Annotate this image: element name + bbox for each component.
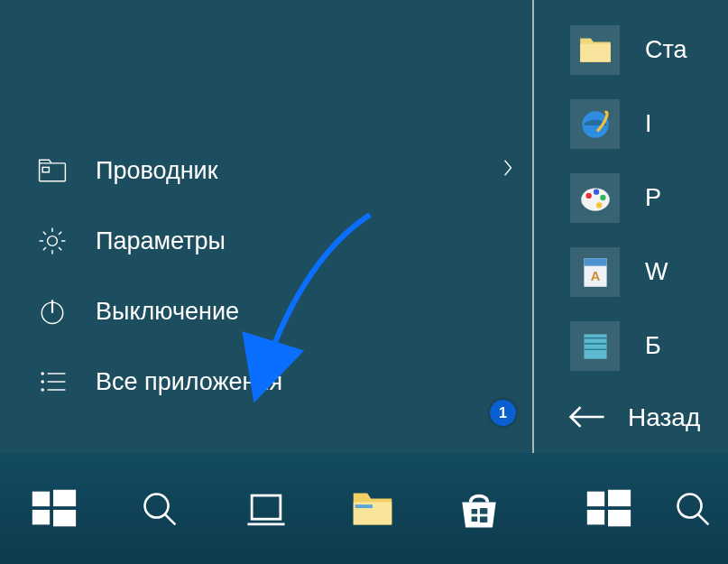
power-icon xyxy=(34,293,70,329)
svg-text:A: A xyxy=(590,270,600,284)
taskbar xyxy=(0,453,728,564)
windows-logo-icon xyxy=(27,483,79,535)
menu-label-power: Выключение xyxy=(96,298,514,326)
start-button[interactable] xyxy=(0,453,106,564)
svg-rect-32 xyxy=(587,509,604,523)
svg-point-2 xyxy=(48,236,58,246)
svg-rect-19 xyxy=(53,489,76,505)
store-icon xyxy=(454,484,504,534)
tile-row[interactable]: I xyxy=(534,87,728,161)
menu-item-all-apps[interactable]: Все приложения xyxy=(0,347,532,417)
svg-point-5 xyxy=(41,380,44,384)
svg-point-4 xyxy=(41,372,44,375)
windows-logo-icon xyxy=(582,483,634,535)
taskbar-explorer[interactable] xyxy=(319,453,426,564)
svg-point-34 xyxy=(678,494,702,517)
svg-point-12 xyxy=(600,195,605,200)
svg-rect-25 xyxy=(355,504,373,508)
taskbar-search[interactable] xyxy=(106,453,213,564)
svg-rect-30 xyxy=(587,491,604,505)
svg-rect-1 xyxy=(42,167,49,171)
back-label: Назад xyxy=(628,403,700,432)
menu-item-explorer[interactable]: Проводник xyxy=(0,135,532,206)
badge-number: 1 xyxy=(499,405,507,421)
svg-rect-18 xyxy=(32,491,50,505)
svg-point-13 xyxy=(596,202,602,208)
tile-row[interactable]: P xyxy=(534,161,728,235)
svg-rect-21 xyxy=(53,509,76,525)
wordpad-icon: A xyxy=(570,247,620,297)
tile-label: Ста xyxy=(645,36,687,64)
chevron-right-icon xyxy=(502,158,514,183)
notepad-icon xyxy=(570,321,620,371)
tile-row[interactable]: Б xyxy=(534,309,728,383)
tile-label: P xyxy=(645,184,661,212)
menu-item-power[interactable]: Выключение xyxy=(0,276,532,347)
svg-point-22 xyxy=(145,494,169,517)
taskbar-store[interactable] xyxy=(426,453,532,564)
arrow-left-icon xyxy=(567,401,606,436)
taskbar-search-2[interactable] xyxy=(661,453,724,564)
menu-label-settings: Параметры xyxy=(96,227,514,255)
svg-rect-31 xyxy=(608,489,631,505)
search-icon xyxy=(669,485,716,532)
svg-rect-7 xyxy=(580,44,611,62)
svg-point-11 xyxy=(593,190,598,195)
search-icon xyxy=(136,485,183,532)
folder-icon xyxy=(570,25,620,75)
menu-label-all-apps: Все приложения xyxy=(96,368,514,396)
taskview-icon xyxy=(241,484,291,534)
svg-rect-33 xyxy=(608,509,631,525)
svg-rect-26 xyxy=(472,509,478,514)
file-explorer-icon xyxy=(346,483,399,535)
taskbar-taskview[interactable] xyxy=(213,453,319,564)
all-apps-icon xyxy=(34,364,70,400)
svg-point-6 xyxy=(41,388,44,392)
paint-icon xyxy=(570,173,620,223)
start-button-2[interactable] xyxy=(555,453,661,564)
svg-rect-27 xyxy=(480,508,487,514)
tile-label: Б xyxy=(645,332,661,360)
svg-rect-15 xyxy=(584,258,606,265)
svg-rect-28 xyxy=(472,516,478,522)
start-menu-left: Проводник Параметры xyxy=(0,0,532,453)
back-button[interactable]: Назад xyxy=(534,383,728,453)
svg-rect-20 xyxy=(32,509,50,523)
menu-label-explorer: Проводник xyxy=(96,157,502,185)
svg-rect-29 xyxy=(480,516,487,522)
start-menu-right: Ста I P A W xyxy=(534,0,728,453)
explorer-icon xyxy=(34,153,70,189)
tile-label: I xyxy=(645,110,652,138)
tile-row[interactable]: Ста xyxy=(534,13,728,87)
ie-icon xyxy=(570,99,620,149)
annotation-badge: 1 xyxy=(490,400,516,426)
menu-item-settings[interactable]: Параметры xyxy=(0,206,532,276)
tile-label: W xyxy=(645,258,668,286)
tile-row[interactable]: A W xyxy=(534,235,728,309)
svg-rect-23 xyxy=(252,495,281,519)
svg-point-10 xyxy=(585,193,591,199)
gear-icon xyxy=(34,223,70,259)
